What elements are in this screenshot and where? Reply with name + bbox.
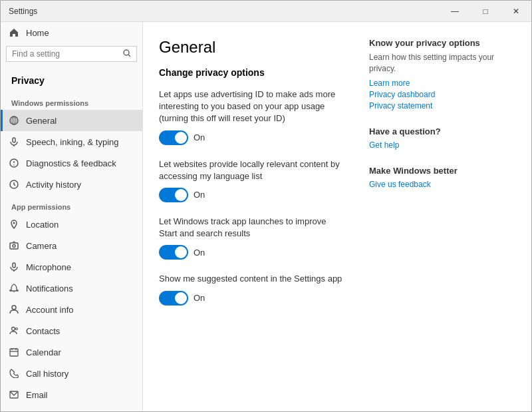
svg-rect-5 xyxy=(13,138,15,142)
notifications-icon xyxy=(9,283,19,294)
learn-more-link[interactable]: Learn more xyxy=(369,79,515,88)
setting-ads-toggle[interactable] xyxy=(159,130,188,145)
home-icon xyxy=(9,27,19,38)
setting-suggested-toggle-row: On xyxy=(159,291,342,306)
calendar-label: Calendar xyxy=(26,347,61,357)
camera-label: Camera xyxy=(26,241,57,251)
activity-label: Activity history xyxy=(26,180,81,190)
svg-rect-19 xyxy=(10,349,18,356)
sidebar-item-calendar[interactable]: Calendar xyxy=(1,341,142,363)
question-heading: Have a question? xyxy=(369,126,515,136)
titlebar: Settings — □ ✕ xyxy=(1,1,531,22)
sidebar-item-email[interactable]: Email xyxy=(1,384,142,405)
svg-point-0 xyxy=(124,50,129,55)
page-title: General xyxy=(159,38,342,57)
speech-icon xyxy=(9,136,19,147)
accountinfo-icon xyxy=(9,304,19,315)
setting-ads: Let apps use advertising ID to make ads … xyxy=(159,89,342,145)
section-title: Change privacy options xyxy=(159,67,342,78)
home-label: Home xyxy=(26,28,49,38)
sidebar-item-contacts[interactable]: Contacts xyxy=(1,320,142,341)
email-label: Email xyxy=(26,390,48,400)
svg-rect-14 xyxy=(13,263,15,268)
privacy-text: Learn how this setting impacts your priv… xyxy=(369,52,515,75)
svg-point-18 xyxy=(16,328,18,330)
setting-suggested: Show me suggested content in the Setting… xyxy=(159,273,342,305)
svg-rect-12 xyxy=(10,243,18,249)
privacy-statement-link[interactable]: Privacy statement xyxy=(369,101,515,110)
sidebar-item-microphone[interactable]: Microphone xyxy=(1,256,142,278)
camera-icon xyxy=(9,240,19,251)
main-content: Home Privacy Windows permissions xyxy=(1,22,531,411)
accountinfo-label: Account info xyxy=(26,305,74,315)
setting-suggested-toggle[interactable] xyxy=(159,291,188,306)
activity-icon xyxy=(9,179,19,190)
sidebar-item-notifications[interactable]: Notifications xyxy=(1,278,142,299)
location-label: Location xyxy=(26,220,59,230)
sidebar-item-diagnostics[interactable]: Diagnostics & feedback xyxy=(1,152,142,174)
content-area: General Change privacy options Let apps … xyxy=(143,22,531,411)
speech-label: Speech, inking, & typing xyxy=(26,137,118,147)
sidebar-item-home[interactable]: Home xyxy=(1,22,142,43)
windows-permissions-label: Windows permissions xyxy=(1,91,142,110)
sidebar-item-accountinfo[interactable]: Account info xyxy=(1,299,142,320)
setting-language-toggle[interactable] xyxy=(159,188,188,202)
setting-suggested-state: On xyxy=(194,293,205,303)
notifications-label: Notifications xyxy=(26,284,73,294)
general-icon xyxy=(9,115,19,126)
window-title: Settings xyxy=(9,7,37,16)
maximize-button[interactable]: □ xyxy=(470,1,501,22)
main-panel: General Change privacy options Let apps … xyxy=(159,38,342,395)
diagnostics-icon xyxy=(9,158,19,168)
setting-language-toggle-row: On xyxy=(159,188,342,202)
side-panel: Know your privacy options Learn how this… xyxy=(369,38,515,395)
svg-point-13 xyxy=(13,245,15,248)
privacy-heading: Know your privacy options xyxy=(369,38,515,48)
minimize-button[interactable]: — xyxy=(440,1,470,22)
calendar-icon xyxy=(9,347,19,357)
sidebar-item-location[interactable]: Location xyxy=(1,214,142,235)
microphone-icon xyxy=(9,262,19,272)
setting-ads-desc: Let apps use advertising ID to make ads … xyxy=(159,89,342,125)
setting-language-state: On xyxy=(194,190,205,200)
feedback-heading: Make Windows better xyxy=(369,166,515,176)
search-box xyxy=(6,46,137,62)
setting-tracking-desc: Let Windows track app launches to improv… xyxy=(159,216,342,240)
sidebar-item-speech[interactable]: Speech, inking, & typing xyxy=(1,131,142,152)
general-label: General xyxy=(26,116,57,126)
contacts-icon xyxy=(9,325,19,336)
setting-tracking: Let Windows track app launches to improv… xyxy=(159,216,342,260)
search-icon xyxy=(123,49,131,59)
sidebar-item-general[interactable]: General xyxy=(1,110,142,131)
svg-line-1 xyxy=(128,55,130,57)
setting-language-desc: Let websites provide locally relevant co… xyxy=(159,158,342,182)
privacy-options-section: Know your privacy options Learn how this… xyxy=(369,38,515,110)
app-permissions-label: App permissions xyxy=(1,195,142,214)
setting-ads-toggle-row: On xyxy=(159,130,342,145)
question-section: Have a question? Get help xyxy=(369,126,515,150)
sidebar: Home Privacy Windows permissions xyxy=(1,22,143,411)
setting-tracking-toggle[interactable] xyxy=(159,245,188,260)
callhistory-icon xyxy=(9,368,19,379)
sidebar-section-header: Privacy xyxy=(1,67,142,91)
setting-language: Let websites provide locally relevant co… xyxy=(159,158,342,202)
svg-point-11 xyxy=(13,222,15,224)
sidebar-item-activity[interactable]: Activity history xyxy=(1,174,142,195)
contacts-label: Contacts xyxy=(26,326,60,336)
search-input[interactable] xyxy=(12,49,123,59)
get-help-link[interactable]: Get help xyxy=(369,140,515,150)
location-icon xyxy=(9,219,19,230)
privacy-dashboard-link[interactable]: Privacy dashboard xyxy=(369,90,515,99)
sidebar-item-camera[interactable]: Camera xyxy=(1,235,142,256)
setting-tracking-state: On xyxy=(194,248,205,258)
svg-point-17 xyxy=(12,327,15,331)
setting-suggested-desc: Show me suggested content in the Setting… xyxy=(159,273,342,285)
give-feedback-link[interactable]: Give us feedback xyxy=(369,180,515,189)
callhistory-label: Call history xyxy=(26,369,68,379)
svg-point-16 xyxy=(12,306,16,309)
close-button[interactable]: ✕ xyxy=(501,1,531,22)
window-controls: — □ ✕ xyxy=(440,1,531,21)
settings-window: Settings — □ ✕ Home xyxy=(0,0,532,412)
svg-point-9 xyxy=(13,164,15,166)
sidebar-item-callhistory[interactable]: Call history xyxy=(1,363,142,384)
